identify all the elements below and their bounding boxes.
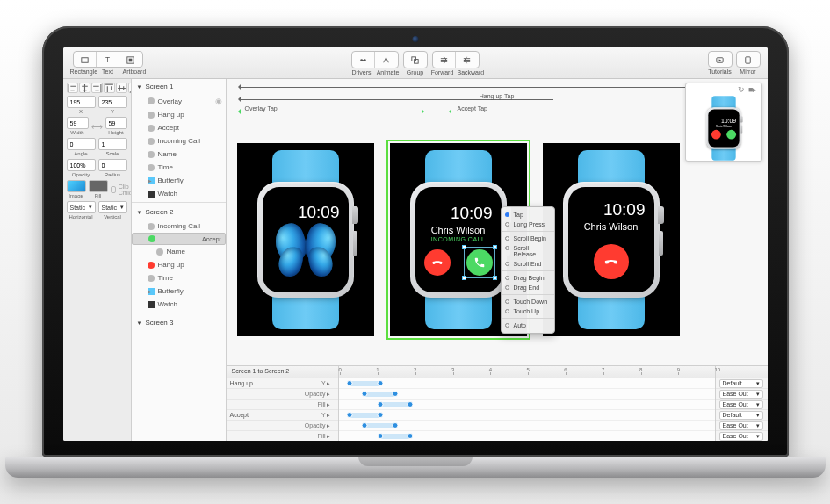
x-input[interactable] bbox=[67, 96, 96, 108]
height-input[interactable] bbox=[105, 117, 127, 129]
keyframe[interactable] bbox=[377, 380, 383, 386]
align-top-button[interactable] bbox=[104, 83, 115, 93]
rectangle-tool[interactable] bbox=[74, 52, 97, 68]
context-menu-scroll-release[interactable]: Scroll Release bbox=[502, 243, 554, 259]
layer-item-incoming-call[interactable]: Incoming Call bbox=[132, 220, 226, 233]
layer-item-hang-up[interactable]: Hang up bbox=[132, 258, 226, 271]
context-menu-drag-begin[interactable]: Drag Begin bbox=[502, 273, 554, 283]
timeline-row-hang-up-opacity[interactable]: Opacity ▸ bbox=[227, 389, 338, 400]
keyframe[interactable] bbox=[377, 401, 383, 407]
text-tool[interactable]: T bbox=[97, 52, 119, 68]
radius-input[interactable] bbox=[98, 159, 127, 171]
context-menu-touch-down[interactable]: Touch Down bbox=[502, 297, 554, 306]
context-menu-touch-up[interactable]: Touch Up bbox=[502, 306, 554, 316]
timeline-row-accept-y[interactable]: AcceptY ▸ bbox=[227, 410, 338, 421]
align-center-v-button[interactable] bbox=[116, 83, 127, 93]
artboard-screen-3[interactable]: 10:09 Chris Wilson bbox=[543, 143, 680, 336]
lock-aspect-icon[interactable]: ⟷ bbox=[91, 117, 103, 135]
easing-select[interactable]: Default▾ bbox=[719, 379, 763, 388]
artboard-tool[interactable] bbox=[119, 52, 142, 68]
layer-item-butterfly[interactable]: ▶Butterfly bbox=[132, 284, 226, 298]
context-menu-scroll-begin[interactable]: Scroll Begin bbox=[502, 234, 554, 243]
layer-item-incoming-call[interactable]: Incoming Call bbox=[132, 134, 226, 148]
timeline-row-accept-fill[interactable]: Fill ▸ bbox=[227, 431, 338, 441]
tutorials-tool[interactable] bbox=[709, 52, 732, 68]
animate-tool[interactable] bbox=[375, 52, 398, 68]
keyframe[interactable] bbox=[362, 422, 368, 428]
screen-3-header[interactable]: ▼Screen 3 bbox=[132, 315, 226, 330]
vertical-behavior-select[interactable]: Static▾ bbox=[98, 201, 127, 213]
width-input[interactable] bbox=[67, 117, 89, 129]
preview-refresh-icon[interactable]: ↻ bbox=[738, 85, 745, 94]
canvas[interactable]: Hang up Tap Hang up Tap Accept Tap Overl… bbox=[227, 79, 768, 365]
backward-tool[interactable] bbox=[456, 52, 479, 68]
track-Hang up-Fill[interactable] bbox=[339, 400, 715, 410]
artboard-screen-1[interactable]: 10:09 bbox=[237, 143, 374, 336]
angle-input[interactable] bbox=[67, 138, 96, 150]
screen-1-header[interactable]: ▼Screen 1 bbox=[132, 79, 226, 94]
keyframe[interactable] bbox=[407, 433, 413, 439]
context-menu-scroll-end[interactable]: Scroll End bbox=[502, 259, 554, 269]
layer-item-time[interactable]: Time bbox=[132, 271, 226, 284]
keyframe[interactable] bbox=[407, 401, 413, 407]
artboard-screen-2[interactable]: 10:09 Chris Wilson INCOMING CALL bbox=[390, 143, 527, 336]
layer-item-time[interactable]: Time bbox=[132, 161, 226, 174]
group-tool[interactable] bbox=[404, 52, 427, 68]
clip-children-checkbox[interactable]: Clip Children bbox=[111, 184, 132, 196]
image-swatch[interactable] bbox=[67, 180, 86, 192]
align-right-button[interactable] bbox=[91, 83, 103, 93]
layer-item-accept[interactable]: Accept bbox=[132, 121, 226, 134]
layer-item-butterfly[interactable]: ▶Butterfly bbox=[132, 174, 226, 187]
drivers-tool[interactable] bbox=[352, 52, 375, 68]
timeline-row-hang-up-fill[interactable]: Fill ▸ bbox=[227, 400, 338, 410]
context-menu-long-press[interactable]: Long Press bbox=[502, 220, 554, 229]
layer-item-overlay[interactable]: Overlay◉ bbox=[132, 94, 226, 108]
layer-item-watch[interactable]: Watch bbox=[132, 298, 226, 311]
layer-item-watch[interactable]: Watch bbox=[132, 187, 226, 200]
track-Hang up-Y[interactable] bbox=[339, 378, 715, 389]
keyframe[interactable] bbox=[347, 412, 353, 418]
accept-call-button[interactable] bbox=[466, 249, 493, 276]
context-menu-tap[interactable]: Tap bbox=[502, 210, 554, 220]
horizontal-behavior-select[interactable]: Static▾ bbox=[67, 201, 96, 213]
keyframe[interactable] bbox=[362, 391, 368, 397]
keyframe[interactable] bbox=[392, 422, 398, 428]
preview-record-icon[interactable]: ■▸ bbox=[748, 85, 757, 94]
easing-select[interactable]: Ease Out▾ bbox=[719, 390, 763, 399]
track-Accept-Opacity[interactable] bbox=[339, 421, 715, 431]
track-Accept-Fill[interactable] bbox=[339, 431, 715, 441]
context-menu-auto[interactable]: Auto bbox=[502, 320, 554, 330]
screen-2-header[interactable]: ▼Screen 2 bbox=[132, 205, 226, 220]
align-center-h-button[interactable] bbox=[79, 83, 90, 93]
align-left-button[interactable] bbox=[67, 83, 78, 93]
keyframe[interactable] bbox=[377, 412, 383, 418]
keyframe[interactable] bbox=[377, 433, 383, 439]
context-menu-drag-end[interactable]: Drag End bbox=[502, 283, 554, 292]
mirror-tool[interactable] bbox=[737, 52, 760, 68]
decline-call-button[interactable] bbox=[424, 249, 451, 276]
track-Accept-Y[interactable] bbox=[339, 410, 715, 421]
track-Hang up-Opacity[interactable] bbox=[339, 389, 715, 400]
layer-item-name[interactable]: Name bbox=[132, 245, 226, 258]
easing-select[interactable]: Ease Out▾ bbox=[719, 432, 763, 441]
fill-swatch[interactable] bbox=[89, 180, 108, 192]
selection-handles[interactable] bbox=[464, 247, 495, 278]
hangup-call-button[interactable] bbox=[594, 244, 629, 279]
easing-select[interactable]: Default▾ bbox=[719, 411, 763, 420]
opacity-input[interactable] bbox=[67, 159, 96, 171]
layer-item-hang-up[interactable]: Hang up bbox=[132, 108, 226, 121]
keyframe[interactable] bbox=[347, 380, 353, 386]
y-input[interactable] bbox=[98, 96, 127, 108]
timeline-row-accept-opacity[interactable]: Opacity ▸ bbox=[227, 421, 338, 431]
layer-item-accept[interactable]: Accept bbox=[132, 233, 226, 245]
layer-item-name[interactable]: Name bbox=[132, 148, 226, 161]
timeline-ruler[interactable]: 012345678910 bbox=[339, 366, 715, 378]
visibility-icon[interactable]: ◉ bbox=[215, 97, 222, 105]
scale-input[interactable] bbox=[98, 138, 127, 150]
easing-select[interactable]: Ease Out▾ bbox=[719, 400, 763, 409]
timeline-row-hang-up-y[interactable]: Hang upY ▸ bbox=[227, 378, 338, 389]
forward-tool[interactable] bbox=[433, 52, 456, 68]
easing-select[interactable]: Ease Out▾ bbox=[719, 421, 763, 430]
keyframe[interactable] bbox=[392, 391, 398, 397]
timeline-tracks[interactable] bbox=[339, 378, 715, 441]
